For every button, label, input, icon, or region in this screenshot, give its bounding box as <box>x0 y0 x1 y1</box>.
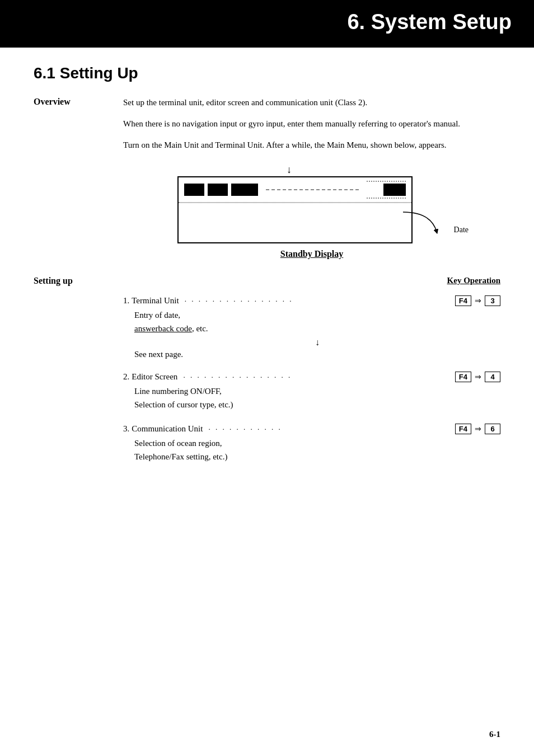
step-3-value: 6 <box>485 424 500 434</box>
step-3-arrow: ⇒ <box>475 424 481 434</box>
overview-content: Set up the terminal unit, editor screen … <box>123 96 500 159</box>
step-2-line: 2. Editor Screen · · · · · · · · · · · ·… <box>123 372 500 382</box>
step-3-sub-2: Telephone/Fax setting, etc.) <box>134 452 227 461</box>
step-1-value: 3 <box>485 295 500 306</box>
diagram-area: ↓ <box>123 176 500 259</box>
step-1-see-next: See next page. <box>123 350 500 359</box>
step-1-down-arrow-icon: ↓ <box>123 337 500 348</box>
step-1-sub: Entry of date, answerback code, etc. <box>123 308 500 335</box>
dashes-right-area <box>367 181 406 199</box>
step-3-number: 3. <box>123 424 129 434</box>
step-2-name: Editor Screen <box>132 372 177 382</box>
dashes-right-1 <box>367 181 406 182</box>
curved-arrow-svg <box>397 209 442 240</box>
overview-para-3: Turn on the Main Unit and Terminal Unit.… <box>123 138 500 152</box>
setting-up-label: Setting up <box>34 276 123 476</box>
overview-section: Overview Set up the terminal unit, edito… <box>34 96 500 159</box>
overview-para-1: Set up the terminal unit, editor screen … <box>123 96 500 109</box>
standby-display-label: Standby Display <box>280 249 344 259</box>
step-1: 1. Terminal Unit · · · · · · · · · · · ·… <box>123 295 500 359</box>
step-1-name: Terminal Unit <box>132 296 179 306</box>
step-2-dots: · · · · · · · · · · · · · · · · <box>180 373 453 382</box>
step-2-key: F4 <box>455 372 471 382</box>
step-1-line: 1. Terminal Unit · · · · · · · · · · · ·… <box>123 295 500 306</box>
step-1-number: 1. <box>123 296 129 306</box>
display-box <box>177 176 413 243</box>
section-heading: 6.1 Setting Up <box>34 64 500 82</box>
step-1-sub-2b: , etc. <box>192 324 208 333</box>
overview-para-2: When there is no navigation input or gyr… <box>123 117 500 130</box>
step-2-sub-2: Selection of cursor type, etc.) <box>134 400 233 409</box>
step-2-number: 2. <box>123 372 129 382</box>
page-title: 6. System Setup <box>0 10 512 34</box>
step-2-arrow: ⇒ <box>475 372 481 382</box>
overview-label: Overview <box>34 96 123 159</box>
two-col-setting: Setting up Key Operation 1. Terminal Uni… <box>34 276 500 476</box>
step-3-line: 3. Communication Unit · · · · · · · · · … <box>123 424 500 434</box>
blk-sq-3 <box>231 184 258 196</box>
arrow-down-icon: ↓ <box>287 164 292 176</box>
key-operation-header: Key Operation <box>123 276 500 285</box>
step-2-sub: Line numbering ON/OFF, Selection of curs… <box>123 384 500 411</box>
step-3-dots: · · · · · · · · · · · <box>205 425 453 434</box>
date-label: Date <box>454 226 469 234</box>
step-2-value: 4 <box>485 372 500 382</box>
step-3-sub-1: Selection of ocean region, <box>134 439 222 448</box>
display-bottom <box>179 206 411 234</box>
diagram-svg-area: ↓ <box>177 176 446 243</box>
step-2: 2. Editor Screen · · · · · · · · · · · ·… <box>123 372 500 411</box>
setting-up-section: Setting up Key Operation 1. Terminal Uni… <box>34 276 500 476</box>
step-2-sub-1: Line numbering ON/OFF, <box>134 387 222 396</box>
step-1-sub-2: answerback code <box>134 324 192 333</box>
dot-separator <box>179 203 411 203</box>
step-3-name: Communication Unit <box>132 424 203 434</box>
setting-up-content: Key Operation 1. Terminal Unit · · · · ·… <box>123 276 500 476</box>
blk-sq-right <box>383 184 406 196</box>
step-1-sub-1: Entry of date, <box>134 311 180 320</box>
step-3: 3. Communication Unit · · · · · · · · · … <box>123 424 500 463</box>
step-3-sub: Selection of ocean region, Telephone/Fax… <box>123 436 500 463</box>
dashes-right-2 <box>367 198 406 199</box>
page-header: 6. System Setup <box>0 0 534 44</box>
step-1-dots: · · · · · · · · · · · · · · · · <box>181 297 453 306</box>
step-1-arrow: ⇒ <box>475 296 481 306</box>
page-number: 6-1 <box>489 730 500 739</box>
step-1-key: F4 <box>455 295 471 306</box>
blk-sq-1 <box>184 184 204 196</box>
step-3-key: F4 <box>455 424 471 434</box>
display-top-row <box>179 177 411 203</box>
blk-sq-2 <box>208 184 228 196</box>
dashes-mid <box>266 189 359 190</box>
